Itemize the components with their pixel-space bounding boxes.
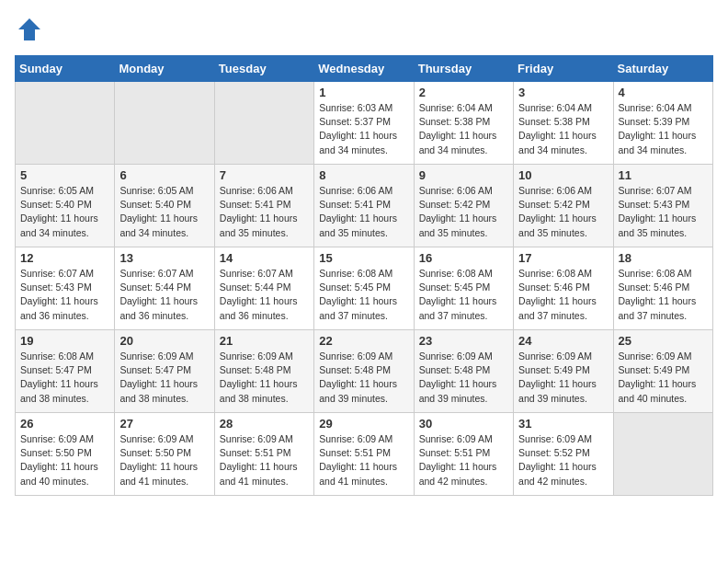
day-number: 24 xyxy=(518,334,608,348)
day-info: Sunrise: 6:09 AMSunset: 5:52 PMDaylight:… xyxy=(518,432,608,488)
day-cell: 3Sunrise: 6:04 AMSunset: 5:38 PMDaylight… xyxy=(514,82,613,165)
day-info: Sunrise: 6:08 AMSunset: 5:45 PMDaylight:… xyxy=(419,267,508,323)
day-info: Sunrise: 6:06 AMSunset: 5:42 PMDaylight:… xyxy=(518,184,608,240)
header-cell-monday: Monday xyxy=(115,56,214,82)
day-cell: 13Sunrise: 6:07 AMSunset: 5:44 PMDayligh… xyxy=(115,247,214,330)
day-info: Sunrise: 6:05 AMSunset: 5:40 PMDaylight:… xyxy=(119,184,209,240)
day-number: 18 xyxy=(619,251,708,265)
day-number: 21 xyxy=(220,334,309,348)
day-number: 2 xyxy=(419,86,508,99)
day-info: Sunrise: 6:09 AMSunset: 5:48 PMDaylight:… xyxy=(419,350,508,406)
day-info: Sunrise: 6:07 AMSunset: 5:43 PMDaylight:… xyxy=(20,267,109,323)
logo-icon xyxy=(15,15,44,44)
header-cell-saturday: Saturday xyxy=(613,56,712,82)
day-info: Sunrise: 6:05 AMSunset: 5:40 PMDaylight:… xyxy=(20,184,109,240)
week-row-4: 19Sunrise: 6:08 AMSunset: 5:47 PMDayligh… xyxy=(16,330,713,413)
day-number: 3 xyxy=(518,86,608,99)
day-cell: 27Sunrise: 6:09 AMSunset: 5:50 PMDayligh… xyxy=(115,413,214,496)
day-cell: 20Sunrise: 6:09 AMSunset: 5:47 PMDayligh… xyxy=(115,330,214,413)
day-cell: 18Sunrise: 6:08 AMSunset: 5:46 PMDayligh… xyxy=(613,247,712,330)
day-cell: 22Sunrise: 6:09 AMSunset: 5:48 PMDayligh… xyxy=(314,330,414,413)
day-number: 28 xyxy=(220,417,309,431)
day-number: 11 xyxy=(619,168,708,182)
day-info: Sunrise: 6:09 AMSunset: 5:47 PMDaylight:… xyxy=(119,350,209,406)
day-info: Sunrise: 6:04 AMSunset: 5:39 PMDaylight:… xyxy=(619,101,708,157)
day-number: 17 xyxy=(518,251,608,265)
header-row: SundayMondayTuesdayWednesdayThursdayFrid… xyxy=(16,56,713,82)
day-info: Sunrise: 6:09 AMSunset: 5:48 PMDaylight:… xyxy=(220,350,309,406)
header-cell-friday: Friday xyxy=(514,56,613,82)
day-number: 1 xyxy=(319,86,408,99)
day-info: Sunrise: 6:09 AMSunset: 5:51 PMDaylight:… xyxy=(419,432,508,488)
day-number: 30 xyxy=(419,417,508,431)
day-number: 9 xyxy=(419,168,508,182)
day-number: 4 xyxy=(619,86,708,99)
day-cell: 11Sunrise: 6:07 AMSunset: 5:43 PMDayligh… xyxy=(613,165,712,247)
day-cell: 15Sunrise: 6:08 AMSunset: 5:45 PMDayligh… xyxy=(314,247,414,330)
day-cell: 2Sunrise: 6:04 AMSunset: 5:38 PMDaylight… xyxy=(414,82,513,165)
day-info: Sunrise: 6:06 AMSunset: 5:42 PMDaylight:… xyxy=(419,184,508,240)
day-number: 19 xyxy=(20,334,109,348)
week-row-2: 5Sunrise: 6:05 AMSunset: 5:40 PMDaylight… xyxy=(16,165,713,247)
day-cell: 17Sunrise: 6:08 AMSunset: 5:46 PMDayligh… xyxy=(514,247,613,330)
day-number: 31 xyxy=(518,417,608,431)
header-cell-tuesday: Tuesday xyxy=(214,56,313,82)
day-cell xyxy=(214,82,313,165)
day-cell: 26Sunrise: 6:09 AMSunset: 5:50 PMDayligh… xyxy=(16,413,115,496)
day-cell: 5Sunrise: 6:05 AMSunset: 5:40 PMDaylight… xyxy=(16,165,115,247)
svg-marker-0 xyxy=(18,18,40,40)
day-cell xyxy=(115,82,214,165)
day-info: Sunrise: 6:06 AMSunset: 5:41 PMDaylight:… xyxy=(319,184,408,240)
day-cell: 29Sunrise: 6:09 AMSunset: 5:51 PMDayligh… xyxy=(314,413,414,496)
day-info: Sunrise: 6:08 AMSunset: 5:45 PMDaylight:… xyxy=(319,267,408,323)
day-info: Sunrise: 6:04 AMSunset: 5:38 PMDaylight:… xyxy=(518,101,608,157)
day-number: 12 xyxy=(20,251,109,265)
day-info: Sunrise: 6:08 AMSunset: 5:47 PMDaylight:… xyxy=(20,350,109,406)
day-cell: 16Sunrise: 6:08 AMSunset: 5:45 PMDayligh… xyxy=(414,247,513,330)
day-number: 15 xyxy=(319,251,408,265)
day-info: Sunrise: 6:07 AMSunset: 5:44 PMDaylight:… xyxy=(220,267,309,323)
day-info: Sunrise: 6:07 AMSunset: 5:43 PMDaylight:… xyxy=(619,184,708,240)
day-cell: 6Sunrise: 6:05 AMSunset: 5:40 PMDaylight… xyxy=(115,165,214,247)
day-cell: 21Sunrise: 6:09 AMSunset: 5:48 PMDayligh… xyxy=(214,330,313,413)
day-cell xyxy=(16,82,115,165)
day-info: Sunrise: 6:07 AMSunset: 5:44 PMDaylight:… xyxy=(119,267,209,323)
day-info: Sunrise: 6:03 AMSunset: 5:37 PMDaylight:… xyxy=(319,101,408,157)
day-cell: 28Sunrise: 6:09 AMSunset: 5:51 PMDayligh… xyxy=(214,413,313,496)
day-info: Sunrise: 6:09 AMSunset: 5:51 PMDaylight:… xyxy=(319,432,408,488)
header-cell-wednesday: Wednesday xyxy=(314,56,414,82)
day-cell xyxy=(613,413,712,496)
week-row-3: 12Sunrise: 6:07 AMSunset: 5:43 PMDayligh… xyxy=(16,247,713,330)
day-info: Sunrise: 6:06 AMSunset: 5:41 PMDaylight:… xyxy=(220,184,309,240)
day-info: Sunrise: 6:08 AMSunset: 5:46 PMDaylight:… xyxy=(619,267,708,323)
day-cell: 24Sunrise: 6:09 AMSunset: 5:49 PMDayligh… xyxy=(514,330,613,413)
day-number: 6 xyxy=(119,168,209,182)
day-number: 27 xyxy=(119,417,209,431)
day-cell: 23Sunrise: 6:09 AMSunset: 5:48 PMDayligh… xyxy=(414,330,513,413)
logo xyxy=(15,15,50,44)
week-row-1: 1Sunrise: 6:03 AMSunset: 5:37 PMDaylight… xyxy=(16,82,713,165)
day-cell: 19Sunrise: 6:08 AMSunset: 5:47 PMDayligh… xyxy=(16,330,115,413)
day-number: 23 xyxy=(419,334,508,348)
day-number: 20 xyxy=(119,334,209,348)
day-number: 13 xyxy=(119,251,209,265)
day-number: 10 xyxy=(518,168,608,182)
day-cell: 14Sunrise: 6:07 AMSunset: 5:44 PMDayligh… xyxy=(214,247,313,330)
day-number: 7 xyxy=(220,168,309,182)
day-cell: 30Sunrise: 6:09 AMSunset: 5:51 PMDayligh… xyxy=(414,413,513,496)
header-cell-thursday: Thursday xyxy=(414,56,513,82)
day-number: 26 xyxy=(20,417,109,431)
header-cell-sunday: Sunday xyxy=(16,56,115,82)
day-cell: 25Sunrise: 6:09 AMSunset: 5:49 PMDayligh… xyxy=(613,330,712,413)
day-info: Sunrise: 6:09 AMSunset: 5:50 PMDaylight:… xyxy=(20,432,109,488)
day-cell: 4Sunrise: 6:04 AMSunset: 5:39 PMDaylight… xyxy=(613,82,712,165)
day-number: 22 xyxy=(319,334,408,348)
day-number: 16 xyxy=(419,251,508,265)
day-number: 8 xyxy=(319,168,408,182)
day-info: Sunrise: 6:09 AMSunset: 5:49 PMDaylight:… xyxy=(518,350,608,406)
day-info: Sunrise: 6:09 AMSunset: 5:50 PMDaylight:… xyxy=(119,432,209,488)
day-cell: 31Sunrise: 6:09 AMSunset: 5:52 PMDayligh… xyxy=(514,413,613,496)
calendar-header: SundayMondayTuesdayWednesdayThursdayFrid… xyxy=(16,56,713,82)
day-cell: 1Sunrise: 6:03 AMSunset: 5:37 PMDaylight… xyxy=(314,82,414,165)
calendar-body: 1Sunrise: 6:03 AMSunset: 5:37 PMDaylight… xyxy=(16,82,713,496)
